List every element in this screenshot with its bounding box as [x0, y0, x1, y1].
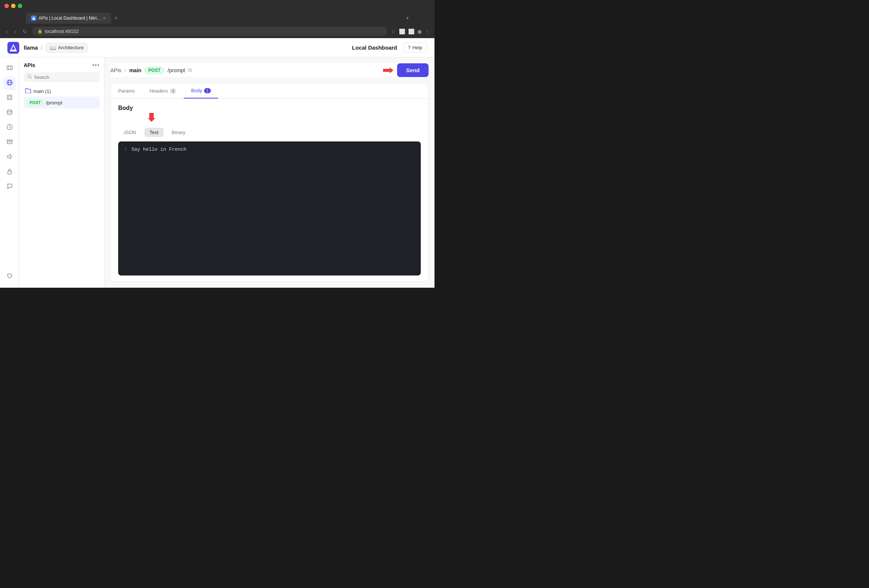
lock-icon: 🔒	[37, 29, 43, 34]
sidebar-item-lock[interactable]	[3, 166, 16, 179]
sidebar-item-archive[interactable]	[3, 136, 16, 149]
clock-icon	[6, 124, 13, 132]
body-badge: 1	[204, 88, 211, 93]
svg-rect-2	[7, 66, 12, 70]
request-panel: Params Headers 3 Body 1 Body	[110, 83, 429, 282]
headers-badge: 3	[170, 89, 176, 94]
breadcrumb-architecture[interactable]: 📖 Architecture	[46, 43, 88, 53]
folder-name: main (1)	[33, 89, 51, 94]
svg-rect-9	[7, 140, 12, 141]
bookmark-icon[interactable]: ☆	[391, 28, 396, 34]
address-text: localhost:49152	[45, 28, 79, 34]
svg-rect-5	[7, 95, 12, 99]
local-dashboard-label: Local Dashboard	[352, 44, 397, 51]
sidebar-item-layers[interactable]	[3, 92, 16, 105]
ep-main-label: main	[129, 67, 141, 73]
ep-method-badge: POST	[144, 67, 165, 74]
close-button[interactable]	[4, 4, 9, 8]
browser-tab[interactable]: APIs | Local Dashboard | Nitri... ✕	[26, 13, 111, 24]
sidebar-item-database[interactable]	[3, 106, 16, 120]
minimize-button[interactable]	[11, 4, 16, 8]
send-button[interactable]: Send	[397, 63, 429, 77]
line-numbers: 1	[124, 147, 127, 270]
chat-icon	[6, 183, 13, 191]
header-right: Local Dashboard ? Help	[352, 43, 427, 53]
ep-apis-label: APIs	[110, 67, 122, 73]
sidebar-item-map[interactable]	[3, 62, 16, 75]
address-bar[interactable]: 🔒 localhost:49152	[32, 27, 387, 36]
ep-separator: ›	[125, 67, 126, 74]
api-endpoint-item[interactable]: POST /prompt	[24, 97, 99, 108]
cast-icon[interactable]: ⬜	[399, 28, 405, 34]
search-box[interactable]	[24, 72, 99, 82]
app-logo	[7, 42, 19, 54]
search-input[interactable]	[34, 74, 96, 80]
globe-icon	[6, 79, 13, 87]
folder-icon	[25, 88, 31, 95]
api-panel: APIs ••• main (1)	[19, 58, 104, 288]
body-title: Body	[118, 105, 421, 111]
sidebar-item-globe[interactable]	[3, 77, 16, 90]
traffic-lights	[4, 4, 22, 8]
lock-icon	[6, 168, 13, 176]
search-icon	[27, 74, 32, 80]
help-circle-icon: ?	[408, 45, 411, 50]
book-icon: 📖	[50, 45, 56, 51]
sidebar-item-megaphone[interactable]	[3, 151, 16, 164]
body-arrow-indicator	[118, 116, 421, 123]
extensions-icon[interactable]: ⬜	[408, 28, 415, 34]
new-tab-button[interactable]: +	[111, 12, 120, 24]
content-area: APIs › main POST /prompt ⧉ Send	[104, 58, 434, 288]
folder-main[interactable]: main (1)	[24, 86, 99, 97]
body-section: Body JSON Text	[111, 99, 428, 281]
database-icon	[6, 109, 13, 117]
tab-headers[interactable]: Headers 3	[142, 83, 184, 98]
body-type-text[interactable]: Text	[144, 128, 164, 137]
tab-body[interactable]: Body 1	[184, 83, 218, 98]
tab-params[interactable]: Params	[111, 83, 142, 98]
body-type-binary[interactable]: Binary	[167, 128, 191, 137]
ep-path-label: /prompt	[168, 67, 185, 73]
tab-close-icon[interactable]: ✕	[102, 16, 106, 21]
code-editor[interactable]: 1 Say hello in French	[118, 141, 421, 275]
api-panel-menu-button[interactable]: •••	[92, 62, 99, 68]
breadcrumb-separator: /	[41, 44, 42, 51]
sidebar-item-heart[interactable]	[3, 270, 16, 283]
maximize-button[interactable]	[18, 4, 22, 8]
megaphone-icon	[6, 153, 13, 161]
svg-marker-0	[32, 17, 35, 19]
sidebar-item-chat[interactable]	[3, 180, 16, 194]
sidebar-item-clock[interactable]	[3, 121, 16, 135]
heart-icon	[6, 273, 13, 281]
back-button[interactable]: ‹	[4, 27, 9, 36]
svg-point-11	[28, 75, 31, 78]
layers-icon	[6, 94, 13, 102]
svg-point-7	[7, 110, 12, 112]
app-header: llama / 📖 Architecture Local Dashboard ?…	[0, 38, 434, 58]
reload-button[interactable]: ↻	[21, 27, 28, 36]
map-icon	[6, 64, 13, 73]
endpoint-bar: APIs › main POST /prompt ⧉ Send	[110, 63, 429, 77]
api-panel-title: APIs	[24, 62, 35, 68]
body-type-selector: JSON Text Binary	[118, 128, 421, 137]
method-badge: POST	[27, 99, 43, 105]
svg-rect-6	[9, 96, 11, 98]
svg-rect-10	[8, 171, 12, 174]
menu-icon[interactable]: ⋮	[425, 28, 430, 34]
archive-icon	[6, 138, 13, 147]
help-button[interactable]: ? Help	[403, 43, 427, 53]
icon-sidebar	[0, 58, 19, 288]
send-arrow-indicator	[383, 67, 393, 74]
tab-title: APIs | Local Dashboard | Nitri...	[39, 16, 100, 21]
code-content[interactable]: Say hello in French	[132, 147, 186, 270]
forward-button[interactable]: ›	[13, 27, 18, 36]
profile-icon[interactable]: ◼	[417, 28, 422, 34]
tab-favicon	[31, 16, 36, 21]
body-type-json[interactable]: JSON	[118, 128, 141, 137]
copy-icon[interactable]: ⧉	[188, 67, 192, 73]
app-name: llama	[24, 44, 38, 51]
breadcrumb: llama / 📖 Architecture	[24, 43, 88, 53]
browser-dropdown-icon[interactable]: ▾	[406, 16, 409, 21]
section-label: Architecture	[58, 45, 84, 50]
svg-marker-12	[383, 67, 393, 73]
